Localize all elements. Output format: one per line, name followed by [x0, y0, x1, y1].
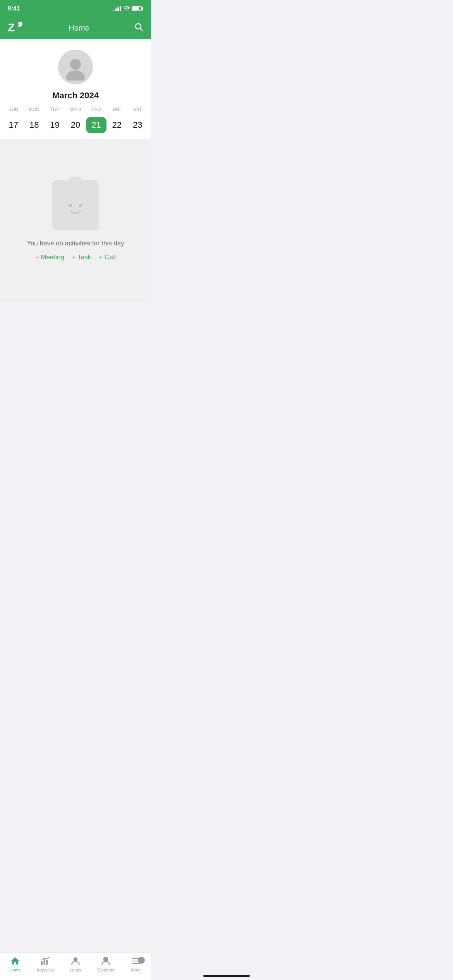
- date-23[interactable]: 23: [127, 117, 148, 133]
- week-dates-row: 17 18 19 20 21 22 23: [0, 117, 151, 133]
- status-time: 9:41: [8, 5, 20, 12]
- main-content: March 2024 SUN MON TUE WED THU FRI SAT 1…: [0, 39, 151, 302]
- status-bar: 9:41: [0, 0, 151, 17]
- weekday-sun: SUN: [3, 105, 24, 114]
- weekday-sat: SAT: [127, 105, 148, 114]
- date-22[interactable]: 22: [106, 117, 127, 133]
- battery-icon: [132, 6, 143, 11]
- week-days-row: SUN MON TUE WED THU FRI SAT: [0, 105, 151, 114]
- svg-point-7: [79, 204, 82, 207]
- weekday-mon: MON: [24, 105, 44, 114]
- svg-text:Z: Z: [8, 21, 15, 34]
- weekday-thu: THU: [86, 105, 106, 114]
- avatar-section: [0, 39, 151, 91]
- status-icons: [113, 5, 143, 12]
- empty-illustration: [52, 180, 99, 230]
- date-17[interactable]: 17: [3, 117, 24, 133]
- signal-icon: [113, 6, 121, 11]
- date-18[interactable]: 18: [24, 117, 44, 133]
- empty-state-section: You have no activities for this day + Me…: [0, 139, 151, 302]
- navigation-bar: Z Home: [0, 17, 151, 39]
- calendar-section: March 2024 SUN MON TUE WED THU FRI SAT 1…: [0, 91, 151, 139]
- empty-message: You have no activities for this day: [27, 240, 124, 247]
- svg-point-5: [66, 70, 85, 81]
- svg-point-6: [69, 204, 72, 207]
- search-button[interactable]: [134, 22, 143, 34]
- weekday-fri: FRI: [106, 105, 127, 114]
- page-title: Home: [69, 24, 89, 33]
- date-20[interactable]: 20: [65, 117, 86, 133]
- month-year-title: March 2024: [0, 91, 151, 101]
- weekday-wed: WED: [65, 105, 86, 114]
- svg-point-1: [19, 22, 22, 25]
- date-21-active[interactable]: 21: [86, 117, 106, 133]
- date-19[interactable]: 19: [45, 117, 65, 133]
- add-call-button[interactable]: + Call: [99, 254, 116, 261]
- svg-point-4: [70, 59, 81, 70]
- weekday-tue: TUE: [45, 105, 65, 114]
- wifi-icon: [124, 5, 130, 12]
- avatar[interactable]: [58, 50, 93, 84]
- add-meeting-button[interactable]: + Meeting: [35, 254, 64, 261]
- action-links: + Meeting + Task + Call: [35, 254, 116, 261]
- app-logo[interactable]: Z: [8, 20, 24, 36]
- svg-line-3: [140, 29, 142, 31]
- add-task-button[interactable]: + Task: [72, 254, 91, 261]
